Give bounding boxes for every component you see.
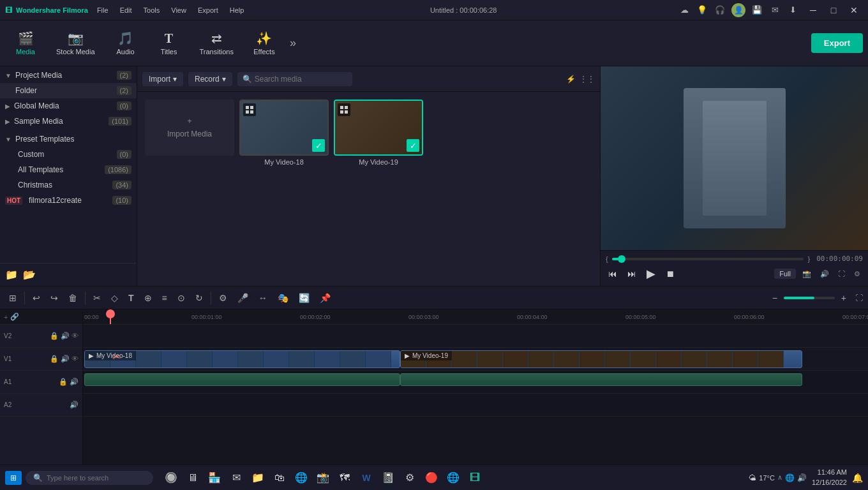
taskbar-icon-mail[interactable]: ✉ <box>227 469 245 487</box>
tl-loop-button[interactable]: ⊙ <box>174 290 189 306</box>
taskbar-icon-word[interactable]: W <box>357 469 375 487</box>
tl-speed-button[interactable]: ≡ <box>158 290 171 306</box>
tl-effect-button[interactable]: 🎭 <box>274 290 292 306</box>
bulb-icon[interactable]: 💡 <box>696 4 708 17</box>
toolbar-more-icon[interactable]: » <box>287 34 299 52</box>
mail-icon[interactable]: ✉ <box>768 4 781 17</box>
tl-cut-button[interactable]: ✂ <box>89 290 105 306</box>
a2-volume-icon[interactable]: 🔊 <box>70 401 79 409</box>
network-icon[interactable]: 🌐 <box>785 473 795 482</box>
a1-lock-icon[interactable]: 🔒 <box>59 378 68 386</box>
media-item-video19[interactable]: ✓ My Video-19 <box>334 100 423 278</box>
export-button[interactable]: Export <box>811 33 863 53</box>
sidebar-item-folder[interactable]: Folder (2) <box>0 83 137 98</box>
sidebar-item-all-templates[interactable]: All Templates (1086) <box>0 162 137 177</box>
taskbar-icon-instagram[interactable]: 📸 <box>314 469 332 487</box>
taskbar-icon-files[interactable]: 📁 <box>249 469 267 487</box>
tl-fullscreen-icon[interactable]: ⛶ <box>855 293 863 302</box>
toolbar-media[interactable]: 🎬 Media <box>5 27 46 59</box>
preview-fullscreen-icon[interactable]: ⛶ <box>835 269 848 279</box>
menu-help[interactable]: Help <box>225 5 250 15</box>
save-icon[interactable]: 💾 <box>751 4 763 17</box>
sidebar-item-global-media[interactable]: ▶ Global Media (0) <box>0 98 137 114</box>
preview-scrubber[interactable] <box>612 258 804 260</box>
taskbar-icon-edge[interactable]: 🌐 <box>292 469 310 487</box>
preview-settings-icon[interactable]: ⚙ <box>851 269 863 279</box>
v2-eye-icon[interactable]: 👁 <box>71 332 79 340</box>
search-input[interactable] <box>255 75 347 84</box>
toolbar-stock-media[interactable]: 📷 Stock Media <box>49 27 103 59</box>
menu-file[interactable]: File <box>92 5 114 15</box>
avatar-icon[interactable]: 👤 <box>731 3 745 17</box>
tl-crop-button[interactable]: ◇ <box>107 290 122 306</box>
a1-volume-icon[interactable]: 🔊 <box>70 378 79 386</box>
add-track-icon[interactable]: + <box>4 313 8 321</box>
v2-lock-icon[interactable]: 🔒 <box>50 332 59 340</box>
stop-button[interactable]: ⏹ <box>663 267 677 280</box>
menu-view[interactable]: View <box>166 5 191 15</box>
volume-tray-icon[interactable]: 🔊 <box>797 473 807 482</box>
clip-audio18[interactable] <box>84 373 400 386</box>
taskbar-icon-taskview[interactable]: 🖥 <box>184 469 202 487</box>
toolbar-effects[interactable]: ✨ Effects <box>244 27 285 59</box>
toolbar-titles[interactable]: T Titles <box>149 27 190 59</box>
clip-video19[interactable]: ▶ My Video-19 <box>400 350 802 368</box>
v2-volume-icon[interactable]: 🔊 <box>61 332 70 340</box>
tl-audio-stretch-button[interactable]: ↔ <box>255 290 271 306</box>
skip-back-button[interactable]: ⏮ <box>606 267 620 280</box>
tl-delete-button[interactable]: 🗑 <box>64 290 81 306</box>
notification-icon[interactable]: 🔔 <box>852 473 863 483</box>
frame-back-button[interactable]: ⏭ <box>625 267 639 280</box>
tl-grid-button[interactable]: ⊞ <box>5 290 20 306</box>
toolbar-audio[interactable]: 🎵 Audio <box>105 27 146 59</box>
taskbar-icon-settings[interactable]: ⚙ <box>401 469 419 487</box>
preview-snap-icon[interactable]: 📸 <box>800 269 814 279</box>
taskbar-icon-store[interactable]: 🏪 <box>206 469 223 487</box>
v1-lock-icon[interactable]: 🔒 <box>50 355 59 363</box>
cloud-icon[interactable]: ☁ <box>678 4 691 17</box>
preview-volume-icon[interactable]: 🔊 <box>818 269 832 279</box>
link-icon[interactable]: 🔗 <box>10 313 19 321</box>
tl-adjust-button[interactable]: ⊕ <box>140 290 156 306</box>
tl-undo-button[interactable]: ↩ <box>29 290 44 306</box>
menu-export[interactable]: Export <box>193 5 223 15</box>
record-button[interactable]: Record ▾ <box>188 72 232 86</box>
sidebar-item-preset-templates[interactable]: ▼ Preset Templates <box>0 131 137 147</box>
minimize-button[interactable]: ─ <box>804 4 822 17</box>
taskbar-icon-filmora[interactable]: 🎞 <box>466 469 484 487</box>
timeline-ruler[interactable]: 00:00 00:00:01:00 00:00:02:00 00:00:03:0… <box>83 309 868 325</box>
zoom-out-button[interactable]: − <box>768 290 781 306</box>
tl-voiceover-button[interactable]: 🎤 <box>234 290 252 306</box>
tray-chevron[interactable]: ∧ <box>777 473 782 482</box>
headset-icon[interactable]: 🎧 <box>714 4 726 17</box>
v1-eye-icon[interactable]: 👁 <box>71 355 79 363</box>
tl-markers-button[interactable]: 📌 <box>316 290 334 306</box>
maximize-button[interactable]: □ <box>825 4 842 17</box>
download-icon[interactable]: ⬇ <box>786 4 799 17</box>
filter-icon[interactable]: ⚡ <box>566 75 576 84</box>
taskbar-icon-red[interactable]: 🔴 <box>423 469 440 487</box>
play-button[interactable]: ▶ <box>644 265 658 282</box>
clip-video18[interactable]: ▶ My Video-18 <box>84 350 400 368</box>
menu-edit[interactable]: Edit <box>115 5 137 15</box>
taskbar-icon-chrome[interactable]: 🌐 <box>444 469 462 487</box>
zoom-in-button[interactable]: + <box>837 290 850 306</box>
close-button[interactable]: ✕ <box>845 4 863 17</box>
new-folder-icon[interactable]: 📁 <box>5 269 18 281</box>
tl-text-button[interactable]: T <box>124 290 138 306</box>
zoom-bar[interactable] <box>784 297 835 299</box>
toolbar-transitions[interactable]: ⇄ Transitions <box>192 27 241 59</box>
taskbar-icon-maps[interactable]: 🗺 <box>336 469 354 487</box>
start-button[interactable]: ⊞ <box>5 471 22 485</box>
media-item-video18[interactable]: ✓ My Video-18 <box>239 100 329 278</box>
import-button[interactable]: Import ▾ <box>142 72 183 86</box>
sidebar-item-filmora[interactable]: HOT filmora12create (10) <box>0 193 137 208</box>
grid-view-icon[interactable]: ⋮⋮ <box>580 75 595 84</box>
taskbar-icon-ms-store[interactable]: 🛍 <box>271 469 288 487</box>
tl-motion-button[interactable]: 🔄 <box>295 290 313 306</box>
zoom-label[interactable]: Full <box>774 269 796 279</box>
import-media-item[interactable]: + Import Media <box>145 100 234 278</box>
taskbar-icon-cortana[interactable]: 🔘 <box>162 469 180 487</box>
sidebar-item-project-media[interactable]: ▼ Project Media (2) <box>0 68 137 83</box>
sidebar-item-christmas[interactable]: Christmas (34) <box>0 177 137 193</box>
